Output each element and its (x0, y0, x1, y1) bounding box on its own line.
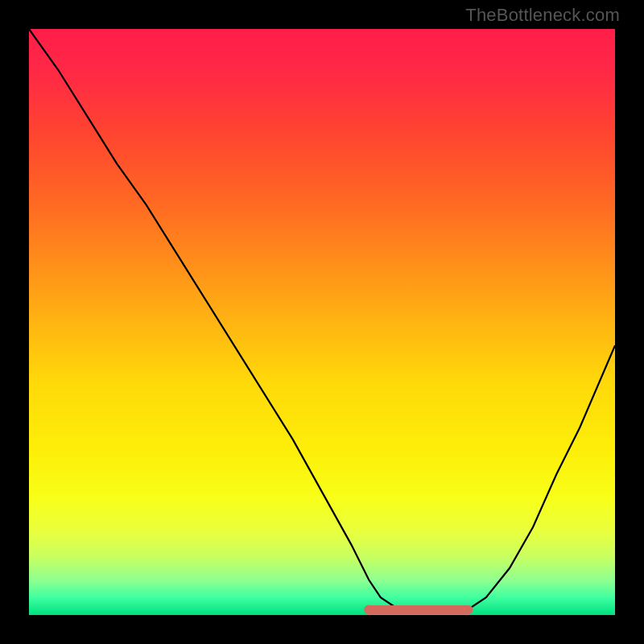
chart-main-curve (29, 29, 615, 612)
chart-svg (29, 29, 615, 615)
watermark-text: TheBottleneck.com (465, 5, 620, 26)
chart-highlight-start-dot (364, 605, 374, 614)
chart-frame (29, 29, 615, 615)
